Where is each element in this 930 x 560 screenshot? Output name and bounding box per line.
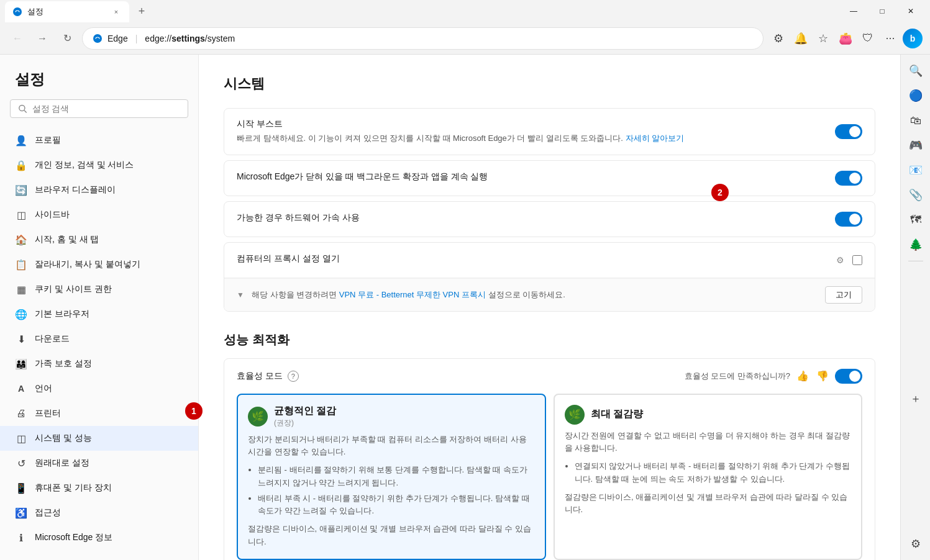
- minimize-button[interactable]: —: [839, 1, 868, 21]
- efficiency-feedback-label: 효율성 모드에 만족하십니까?: [685, 371, 790, 382]
- max-bullet1: 연결되지 않았거나 배터리 부족 - 배터리를 절약하기 위해 추가 단계가 수…: [575, 460, 852, 486]
- proxy-row-main: 컴퓨터의 프록시 설정 열기 ⚙: [224, 243, 875, 278]
- max-card-header: 🌿 최대 절감량: [565, 405, 852, 425]
- svg-point-0: [13, 7, 22, 16]
- nav-item-display[interactable]: 🔄 브라우저 디스플레이: [0, 178, 198, 202]
- browser-essentials-icon[interactable]: 🛡: [858, 29, 878, 48]
- nav-item-profile[interactable]: 👤 프로필: [0, 128, 198, 153]
- nav-item-language[interactable]: A 언어: [0, 376, 198, 401]
- nav-item-clipboard[interactable]: 📋 잘라내기, 복사 및 붙여넣기: [0, 252, 198, 277]
- proxy-vpn-link[interactable]: VPN 무료 - Betternet 무제한 VPN 프록시: [339, 290, 486, 299]
- efficiency-toggle[interactable]: [835, 369, 862, 384]
- sidebar-settings-icon[interactable]: ⚙: [905, 533, 927, 555]
- nav-label-mobile: 휴대폰 및 기타 장치: [35, 482, 112, 494]
- efficiency-help-icon[interactable]: ?: [288, 371, 299, 382]
- back-button[interactable]: ←: [7, 29, 27, 48]
- tab-strip: 설정 × +: [5, 1, 150, 22]
- hardware-accel-toggle[interactable]: [835, 212, 862, 227]
- startup-boost-link[interactable]: 자세히 알아보기: [626, 133, 685, 143]
- toolbar-icons: ⚙ 🔔 ☆ 👛 🛡 ··· b: [768, 29, 923, 48]
- sidebar-edge-icon[interactable]: 🔵: [905, 84, 927, 107]
- sidebar-search-icon[interactable]: 🔍: [905, 60, 927, 82]
- search-icon: [18, 104, 27, 114]
- cookies-nav-icon: ▦: [15, 283, 27, 296]
- nav-item-accessibility[interactable]: ♿ 접근성: [0, 500, 198, 525]
- forward-button[interactable]: →: [32, 29, 52, 48]
- thumbs-down-icon[interactable]: 👎: [815, 369, 830, 384]
- bing-chat-icon[interactable]: b: [903, 29, 923, 48]
- proxy-settings-icon: ⚙: [832, 253, 847, 268]
- nav-label-downloads: 다운로드: [35, 333, 70, 345]
- sidebar-outlook-icon[interactable]: 📧: [905, 159, 927, 181]
- nav-item-downloads[interactable]: ⬇ 다운로드: [0, 327, 198, 351]
- nav-label-clipboard: 잘라내기, 복사 및 붙여넣기: [35, 259, 140, 270]
- nav-item-newtab[interactable]: 🏠 시작, 홈 및 새 탭: [0, 227, 198, 252]
- nav-item-reset[interactable]: ↺ 원래대로 설정: [0, 451, 198, 476]
- startup-boost-label: 시작 부스트: [237, 119, 835, 130]
- printer-nav-icon: 🖨: [15, 407, 27, 420]
- active-tab[interactable]: 설정 ×: [5, 1, 129, 22]
- address-input[interactable]: Edge | edge://settings/system: [82, 27, 764, 50]
- startup-boost-desc-text: 빠르게 탐색하세요. 이 기능이 켜져 있으면 장치를 시작할 때 Micros…: [237, 133, 623, 143]
- background-run-toggle[interactable]: [835, 171, 862, 186]
- nav-item-family[interactable]: 👨‍👩‍👧 가족 보호 설정: [0, 351, 198, 376]
- nav-item-printer[interactable]: 🖨 프린터: [0, 401, 198, 426]
- collections-icon[interactable]: 🔔: [791, 29, 811, 48]
- proxy-checkbox[interactable]: [852, 255, 862, 265]
- balanced-card[interactable]: 🌿 균형적인 절감 (권장) 장치가 분리되거나 배터리가 부족할 때 컴퓨터 …: [237, 394, 546, 560]
- startup-boost-toggle[interactable]: [835, 124, 862, 139]
- balanced-footer: 절감량은 디바이스, 애플리케이션 및 개별 브라우저 습관에 따라 달라질 수…: [248, 523, 535, 549]
- display-nav-icon: 🔄: [15, 184, 27, 196]
- settings-search-box[interactable]: [10, 99, 188, 118]
- address-bar: ← → ↻ Edge | edge://settings/system ⚙ 🔔 …: [0, 22, 930, 55]
- hardware-accel-card: 가능한 경우 하드웨어 가속 사용: [224, 201, 875, 237]
- balanced-title: 균형적인 절감: [274, 405, 336, 418]
- settings-main-panel: 시스템 시작 부스트 빠르게 탐색하세요. 이 기능이 켜져 있으면 장치를 시…: [199, 55, 900, 560]
- sidebar-shopping-icon[interactable]: 🛍: [905, 109, 927, 132]
- new-tab-button[interactable]: +: [133, 2, 150, 20]
- sidebar-maps-icon[interactable]: 🗺: [905, 209, 927, 231]
- nav-item-default[interactable]: 🌐 기본 브라우저: [0, 302, 198, 327]
- background-run-row: Microsoft Edge가 닫혀 있을 때 백그라운드 확장과 앱을 계속 …: [224, 161, 875, 196]
- close-button[interactable]: ✕: [896, 1, 925, 21]
- profile-icon[interactable]: ⚙: [768, 29, 788, 48]
- max-title: 최대 절감량: [591, 408, 643, 421]
- nav-item-mobile[interactable]: 📱 휴대폰 및 기타 장치: [0, 476, 198, 500]
- nav-item-privacy[interactable]: 🔒 개인 정보, 검색 및 서비스: [0, 153, 198, 178]
- refresh-button[interactable]: ↻: [57, 29, 77, 48]
- tab-close-button[interactable]: ×: [111, 6, 122, 17]
- thumbs-up-icon[interactable]: 👍: [795, 369, 810, 384]
- efficiency-label: 효율성 모드: [237, 371, 283, 382]
- proxy-card: 컴퓨터의 프록시 설정 열기 ⚙ ▼ 해당 사항을 변경하려면 VPN 무료 -…: [224, 242, 875, 312]
- about-nav-icon: ℹ: [15, 531, 27, 544]
- proxy-go-button[interactable]: 고기: [825, 286, 862, 304]
- nav-item-system[interactable]: ◫ 시스템 및 성능: [0, 426, 198, 451]
- nav-label-privacy: 개인 정보, 검색 및 서비스: [35, 160, 134, 171]
- wallet-icon[interactable]: 👛: [836, 29, 855, 48]
- proxy-info: 컴퓨터의 프록시 설정 열기: [237, 253, 832, 267]
- sidebar-add-icon[interactable]: ＋: [905, 387, 927, 410]
- more-tools-icon[interactable]: ···: [880, 29, 900, 48]
- nav-item-sidebar[interactable]: ◫ 사이드바: [0, 202, 198, 227]
- max-savings-card[interactable]: 🌿 최대 절감량 장시간 전원에 연결할 수 없고 배터리 수명을 더 유지해야…: [554, 394, 863, 560]
- max-desc-text: 장시간 전원에 연결할 수 없고 배터리 수명을 더 유지해야 하는 경우 최대…: [565, 431, 850, 453]
- sidebar-games-icon[interactable]: 🎮: [905, 134, 927, 156]
- proxy-chevron-icon: ▼: [237, 291, 244, 299]
- proxy-desc-text: 해당 사항을 변경하려면: [252, 290, 337, 299]
- favorites-icon[interactable]: ☆: [813, 29, 833, 48]
- maximize-button[interactable]: □: [868, 1, 896, 21]
- default-nav-icon: 🌐: [15, 308, 27, 320]
- sidebar-office-icon[interactable]: 📎: [905, 184, 927, 206]
- nav-item-about[interactable]: ℹ Microsoft Edge 정보: [0, 525, 198, 550]
- nav-label-display: 브라우저 디스플레이: [35, 184, 116, 196]
- sidebar-extra-icon[interactable]: 🌲: [905, 233, 927, 256]
- downloads-nav-icon: ⬇: [15, 333, 27, 345]
- nav-item-cookies[interactable]: ▦ 쿠키 및 사이트 권한: [0, 277, 198, 302]
- balanced-icon: 🌿: [248, 407, 268, 427]
- title-bar: 설정 × + — □ ✕: [0, 0, 930, 22]
- settings-search-input[interactable]: [32, 104, 180, 114]
- url-prefix: edge://: [145, 34, 171, 43]
- proxy-vpn-row: ▼ 해당 사항을 변경하려면 VPN 무료 - Betternet 무제한 VP…: [224, 278, 875, 311]
- startup-boost-desc: 빠르게 탐색하세요. 이 기능이 켜져 있으면 장치를 시작할 때 Micros…: [237, 132, 835, 145]
- sidebar-separator: [908, 261, 923, 261]
